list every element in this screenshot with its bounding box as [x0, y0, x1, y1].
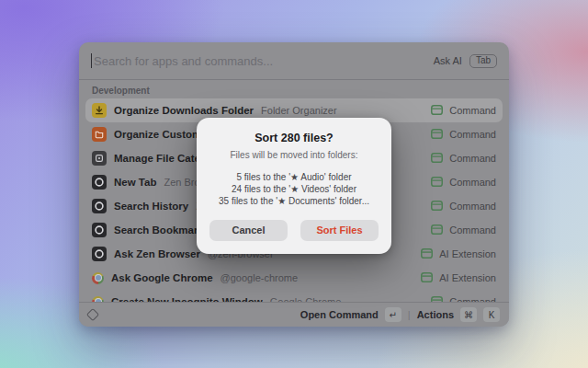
cancel-button[interactable]: Cancel: [209, 220, 288, 241]
command-type-icon: [431, 174, 443, 190]
search-bar: Search for apps and commands... Ask AI T…: [79, 42, 509, 79]
footer-separator: |: [408, 309, 411, 320]
footer-bar: Open Command ↵ | Actions ⌘ K: [79, 302, 509, 327]
command-type-icon: [421, 270, 433, 286]
raycast-logo-icon: [86, 308, 99, 321]
item-type-label: AI Extension: [439, 248, 496, 259]
section-header: Development: [79, 80, 509, 98]
search-input[interactable]: Search for apps and commands...: [94, 54, 434, 68]
sort-files-button[interactable]: Sort Files: [300, 220, 379, 241]
item-type-label: Command: [449, 201, 496, 212]
k-keycap: K: [483, 307, 500, 322]
categories-icon: [92, 151, 107, 166]
enter-keycap: ↵: [385, 307, 401, 322]
dialog-line: 24 files to the '★ Videos' folder: [197, 183, 391, 195]
item-subtitle: Folder Organizer: [261, 105, 337, 116]
command-type-icon: [431, 126, 443, 143]
item-title: Search Bookmarks: [114, 224, 209, 236]
chrome-icon: [92, 272, 104, 284]
item-type-label: Command: [449, 153, 496, 164]
dialog-subtitle: Files will be moved into folders:: [197, 150, 391, 160]
tab-keycap: Tab: [469, 54, 497, 68]
dialog-line: 35 files to the '★ Documents' folder...: [197, 195, 391, 207]
command-type-icon: [421, 246, 433, 262]
cmd-keycap: ⌘: [460, 307, 477, 322]
zen-browser-icon: [92, 199, 107, 213]
item-type-label: Command: [449, 129, 496, 140]
command-type-icon: [431, 102, 443, 119]
actions-button[interactable]: Actions: [417, 309, 454, 320]
dialog-title: Sort 280 files?: [197, 132, 391, 144]
item-type-label: Command: [449, 224, 496, 236]
item-type-label: AI Extension: [439, 272, 496, 283]
download-folder-icon: [92, 103, 107, 118]
command-type-icon: [431, 150, 443, 167]
open-command-button[interactable]: Open Command: [300, 309, 379, 320]
dialog-line: 5 files to the '★ Audio' folder: [197, 171, 391, 183]
text-cursor: [91, 53, 92, 68]
zen-browser-icon: [92, 247, 107, 261]
item-title: Organize Downloads Folder: [114, 105, 254, 116]
item-subtitle: @google-chrome: [220, 272, 299, 283]
item-title: Ask Google Chrome: [111, 272, 213, 283]
dialog-body: 5 files to the '★ Audio' folder24 files …: [197, 171, 391, 208]
item-type-label: Command: [449, 105, 496, 116]
item-title: Ask Zen Browser: [114, 248, 200, 259]
zen-browser-icon: [92, 175, 107, 190]
item-title: New Tab: [114, 177, 156, 188]
sort-files-dialog: Sort 280 files? Files will be moved into…: [197, 118, 391, 254]
ask-ai-label[interactable]: Ask AI: [434, 55, 462, 66]
item-type-label: Command: [449, 177, 496, 188]
command-type-icon: [431, 222, 443, 238]
folder-icon: [92, 127, 107, 142]
command-type-icon: [431, 198, 443, 214]
list-item[interactable]: Ask Google Chrome@google-chromeAI Extens…: [85, 266, 503, 290]
item-title: Search History: [114, 201, 188, 212]
zen-browser-icon: [92, 223, 107, 237]
